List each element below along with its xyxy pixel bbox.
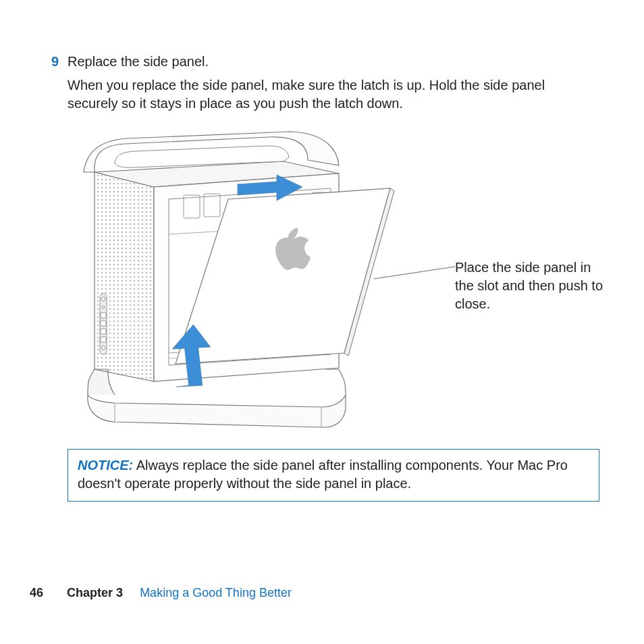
figure-mac-pro-side-panel: Place the side panel in the slot and the… bbox=[68, 125, 635, 435]
svg-line-15 bbox=[374, 267, 455, 279]
svg-rect-11 bbox=[101, 321, 106, 326]
page-footer: 46 Chapter 3 Making a Good Thing Better bbox=[30, 585, 292, 601]
page-number: 46 bbox=[30, 586, 43, 599]
svg-rect-12 bbox=[101, 329, 106, 334]
notice-label: NOTICE: bbox=[78, 458, 133, 473]
step-title: Replace the side panel. bbox=[68, 53, 594, 71]
notice-text: Always replace the side panel after inst… bbox=[78, 458, 568, 491]
step-block: 9 Replace the side panel. When you repla… bbox=[68, 53, 594, 113]
step-number: 9 bbox=[51, 53, 59, 71]
figure-callout: Place the side panel in the slot and the… bbox=[455, 259, 610, 313]
step-body: When you replace the side panel, make su… bbox=[68, 76, 594, 113]
svg-point-8 bbox=[101, 297, 105, 301]
svg-rect-13 bbox=[101, 337, 106, 342]
chapter-label: Chapter 3 bbox=[67, 586, 123, 599]
svg-rect-10 bbox=[101, 313, 106, 318]
svg-point-14 bbox=[101, 346, 105, 350]
svg-point-9 bbox=[102, 306, 105, 308]
notice-box: NOTICE: Always replace the side panel af… bbox=[68, 449, 599, 502]
chapter-title: Making a Good Thing Better bbox=[140, 586, 292, 599]
